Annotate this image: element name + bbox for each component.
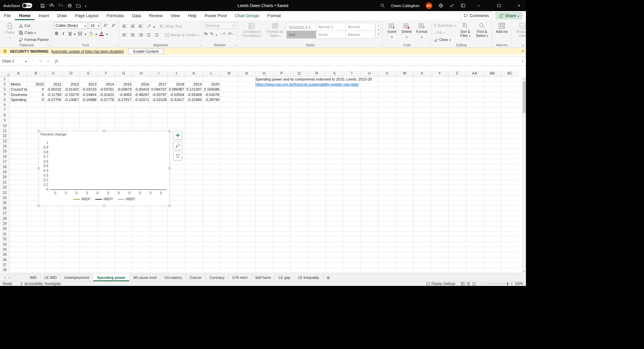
cell[interactable]: 2013 bbox=[80, 82, 97, 87]
cell[interactable]: -0.19279 bbox=[62, 92, 80, 97]
row-number[interactable]: 25 bbox=[0, 200, 10, 205]
cell[interactable]: 2015 bbox=[115, 82, 132, 87]
zoom-level[interactable]: 100% bbox=[515, 282, 523, 286]
selection-handle[interactable] bbox=[168, 205, 171, 207]
gallery-more-icon[interactable]: ⊽ bbox=[376, 32, 381, 38]
decrease-indent-icon[interactable] bbox=[146, 32, 152, 38]
paste-button[interactable]: Paste bbox=[3, 21, 17, 39]
chart-styles-button[interactable] bbox=[173, 141, 182, 150]
cell[interactable]: -0.03761 bbox=[98, 87, 115, 92]
security-warning-close-icon[interactable]: × bbox=[522, 49, 524, 54]
cell[interactable]: 2019 bbox=[185, 82, 203, 87]
undo-icon[interactable]: ↺ bbox=[49, 3, 54, 8]
enable-content-button[interactable]: Enable Content bbox=[128, 48, 164, 54]
cell[interactable]: -0.11783 bbox=[45, 92, 62, 97]
sort-filter-button[interactable]: Sort &Filter bbox=[458, 21, 473, 38]
row-number[interactable]: 15 bbox=[0, 149, 10, 154]
cell[interactable]: 2020 bbox=[203, 82, 220, 87]
cancel-icon[interactable]: × bbox=[36, 59, 44, 63]
conditional-formatting-button[interactable]: ConditionalFormatting bbox=[239, 21, 264, 38]
increase-indent-icon[interactable] bbox=[154, 32, 160, 38]
row-number[interactable]: 17 bbox=[0, 159, 10, 164]
borders-dropdown-icon[interactable] bbox=[85, 31, 86, 37]
ribbon-tab[interactable]: Insert bbox=[35, 11, 53, 20]
styles-dialog-launcher[interactable]: ↘ bbox=[380, 44, 382, 47]
decrease-decimal-icon[interactable]: .00→ bbox=[227, 32, 235, 35]
vertical-scrollbar[interactable]: ▴ ▾ bbox=[522, 77, 526, 273]
row-number[interactable]: 28 bbox=[0, 216, 10, 221]
cell[interactable]: 0.086987 bbox=[168, 87, 185, 92]
alignment-dialog-launcher[interactable]: ↘ bbox=[199, 44, 201, 47]
column-header[interactable]: S bbox=[326, 70, 343, 76]
row-number[interactable]: 22 bbox=[0, 185, 10, 190]
legend-entry[interactable]: #REF! bbox=[95, 197, 113, 201]
customize-quick-access-icon[interactable] bbox=[85, 4, 86, 8]
align-right-icon[interactable] bbox=[138, 32, 144, 38]
expand-formula-bar-icon[interactable]: ▾ bbox=[519, 60, 526, 63]
row-number[interactable]: 32 bbox=[0, 237, 10, 242]
row-number[interactable]: 2 bbox=[0, 82, 10, 87]
fill-button[interactable]: ↓Fill bbox=[433, 29, 456, 36]
row-number[interactable]: 24 bbox=[0, 195, 10, 200]
formula-bar-grip[interactable]: ⋮ bbox=[29, 59, 36, 63]
format-as-table-button[interactable]: Format asTable bbox=[265, 21, 285, 38]
column-header[interactable]: G bbox=[115, 70, 132, 76]
autosave-switch[interactable]: On bbox=[22, 3, 32, 8]
column-header[interactable]: Q bbox=[290, 70, 308, 76]
copy-button[interactable]: Copy bbox=[18, 29, 50, 36]
cell[interactable]: -0.31817 bbox=[168, 97, 185, 102]
comma-style-icon[interactable]: , bbox=[216, 31, 217, 36]
cell-O1-title[interactable]: Spending power and its components indexx… bbox=[256, 77, 375, 82]
cell[interactable]: -0.03879 bbox=[115, 87, 132, 92]
cell[interactable]: -0.31571 bbox=[132, 97, 150, 102]
fill-color-button[interactable] bbox=[88, 30, 94, 37]
addins-button[interactable]: Add-ins bbox=[494, 21, 509, 34]
align-center-icon[interactable] bbox=[129, 32, 136, 38]
cell[interactable]: -0.55468 bbox=[185, 92, 203, 97]
row-number[interactable]: 21 bbox=[0, 180, 10, 185]
ribbon-tab[interactable]: Chart Design bbox=[231, 11, 263, 20]
ribbon-tab[interactable]: Power Pivot bbox=[201, 11, 231, 20]
row-number[interactable]: 27 bbox=[0, 211, 10, 216]
wrap-text-button[interactable]: Wrap Text bbox=[159, 23, 182, 30]
autosave-toggle[interactable]: AutoSave On bbox=[3, 3, 32, 8]
row-number[interactable]: 33 bbox=[0, 242, 10, 247]
merge-center-button[interactable]: Merge & Center bbox=[164, 32, 200, 38]
column-header[interactable]: B bbox=[27, 70, 45, 76]
cut-button[interactable]: Cut bbox=[18, 22, 50, 29]
selection-handle[interactable] bbox=[38, 167, 40, 169]
cell-style[interactable]: Neutral bbox=[345, 31, 375, 39]
column-header[interactable]: N bbox=[238, 70, 255, 76]
redo-dropdown-icon[interactable] bbox=[62, 2, 63, 8]
row-number[interactable]: 23 bbox=[0, 190, 10, 195]
column-header[interactable]: A bbox=[10, 70, 27, 76]
maximize-button[interactable] bbox=[492, 0, 506, 11]
cell[interactable]: 0 bbox=[27, 87, 45, 92]
row-number[interactable]: 36 bbox=[0, 257, 10, 262]
cell[interactable]: -0.31896 bbox=[185, 97, 203, 102]
borders-button[interactable] bbox=[77, 30, 84, 37]
column-header[interactable]: R bbox=[308, 70, 326, 76]
insert-cells-button[interactable]: Insert bbox=[385, 21, 398, 39]
analyze-data-button[interactable]: AnalyzeData bbox=[514, 21, 526, 38]
column-header[interactable]: AA bbox=[466, 70, 484, 76]
page-layout-view-icon[interactable] bbox=[467, 282, 470, 286]
pen-icon[interactable] bbox=[449, 3, 454, 8]
cell-A2-metric[interactable]: Metric bbox=[10, 82, 27, 87]
selection-handle[interactable] bbox=[103, 205, 105, 207]
delete-cells-button[interactable]: Delete bbox=[400, 21, 413, 39]
cell[interactable]: -0.24404 bbox=[80, 92, 97, 97]
cell[interactable]: -0.21778 bbox=[98, 97, 115, 102]
row-number[interactable]: 11 bbox=[0, 128, 10, 133]
row-number[interactable]: 26 bbox=[0, 206, 10, 211]
row-number[interactable]: 1 bbox=[0, 77, 10, 82]
open-folder-icon[interactable] bbox=[76, 3, 81, 8]
cell[interactable]: 0.165588 bbox=[203, 87, 220, 92]
bold-button[interactable]: B bbox=[54, 31, 59, 36]
cell[interactable]: -0.16988 bbox=[80, 97, 97, 102]
find-select-button[interactable]: Find &Select bbox=[474, 21, 490, 38]
row-number[interactable]: 38 bbox=[0, 267, 10, 272]
cell-style[interactable]: Bad bbox=[286, 31, 316, 39]
row-number[interactable]: 31 bbox=[0, 232, 10, 237]
sheet-tab[interactable]: LE gap bbox=[275, 274, 294, 281]
